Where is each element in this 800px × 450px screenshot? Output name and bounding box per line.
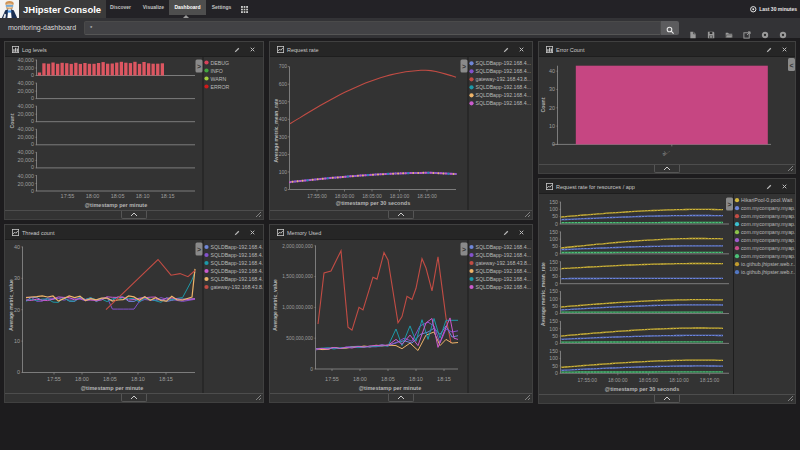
svg-text:150: 150	[549, 229, 558, 235]
svg-text:20,000: 20,000	[18, 65, 35, 71]
svg-text:20: 20	[14, 307, 20, 313]
svg-text:50: 50	[552, 303, 558, 309]
svg-text:0: 0	[31, 164, 34, 170]
svg-text:0: 0	[31, 72, 34, 78]
svg-text:1,500,000,000: 1,500,000,000	[282, 274, 313, 279]
svg-text:SQLDBapp-192.168.4...: SQLDBapp-192.168.4...	[476, 268, 531, 274]
svg-text:17:55:00: 17:55:00	[577, 377, 597, 383]
svg-text:18:15: 18:15	[437, 376, 451, 382]
svg-text:al...: al...	[661, 147, 671, 157]
svg-text:17:55: 17:55	[47, 376, 61, 382]
svg-text:150: 150	[549, 199, 558, 205]
svg-text:<: <	[789, 62, 793, 69]
svg-text:com.mycompany.myap...: com.mycompany.myap...	[741, 245, 795, 251]
svg-text:io.github.jhipster.web.r...: io.github.jhipster.web.r...	[741, 269, 795, 275]
svg-text:20,000: 20,000	[18, 181, 35, 187]
svg-text:40: 40	[14, 244, 20, 250]
svg-text:100: 100	[279, 169, 288, 175]
svg-text:100: 100	[549, 355, 558, 361]
svg-text:>: >	[462, 246, 466, 253]
svg-text:Average metric_value: Average metric_value	[272, 279, 278, 331]
svg-text:50: 50	[552, 273, 558, 279]
svg-text:40: 40	[549, 68, 555, 74]
svg-text:SQLDBapp-192.168.4...: SQLDBapp-192.168.4...	[476, 284, 531, 290]
svg-text:100: 100	[549, 326, 558, 332]
svg-text:100: 100	[549, 266, 558, 272]
svg-text:18:10:00: 18:10:00	[390, 193, 410, 199]
svg-text:0: 0	[310, 367, 313, 372]
svg-text:1,000,000,000: 1,000,000,000	[282, 305, 313, 310]
svg-text:0: 0	[555, 281, 558, 287]
svg-text:SQLDBapp-192.168.4...: SQLDBapp-192.168.4...	[211, 244, 264, 250]
svg-text:gateway-192.168.43.8...: gateway-192.168.43.8...	[476, 260, 532, 266]
svg-text:150: 150	[549, 259, 558, 265]
svg-text:SQLDBapp-192.168.4...: SQLDBapp-192.168.4...	[211, 260, 264, 266]
svg-text:18:10: 18:10	[131, 376, 145, 382]
svg-text:SQLDBapp-192.168.4...: SQLDBapp-192.168.4...	[211, 276, 264, 282]
svg-text:18:15:00: 18:15:00	[417, 193, 437, 199]
svg-text:18:05: 18:05	[381, 376, 395, 382]
svg-text:INFO: INFO	[211, 68, 223, 74]
svg-text:50: 50	[552, 333, 558, 339]
svg-text:gateway-192.168.43.8...: gateway-192.168.43.8...	[211, 284, 264, 290]
svg-text:SQLDBapp-192.168.4...: SQLDBapp-192.168.4...	[211, 268, 264, 274]
svg-text:20,000: 20,000	[18, 88, 35, 94]
svg-text:@timestamp per minute: @timestamp per minute	[85, 202, 148, 208]
svg-text:SQLDBapp-192.168.4...: SQLDBapp-192.168.4...	[476, 100, 531, 106]
svg-text:io.github.jhipster.web.r...: io.github.jhipster.web.r...	[741, 261, 795, 267]
svg-text:100: 100	[549, 296, 558, 302]
svg-text:17:55: 17:55	[325, 376, 339, 382]
svg-text:20: 20	[549, 105, 555, 111]
svg-text:@timestamp per minute: @timestamp per minute	[81, 385, 144, 391]
svg-text:50: 50	[552, 213, 558, 219]
svg-text:0: 0	[555, 251, 558, 257]
svg-text:40,000: 40,000	[18, 103, 35, 109]
svg-text:18:05:00: 18:05:00	[362, 193, 382, 199]
svg-text:0: 0	[17, 369, 20, 375]
svg-text:Count: Count	[9, 113, 15, 128]
svg-text:600: 600	[279, 81, 288, 87]
svg-text:40,000: 40,000	[18, 173, 35, 179]
svg-text:18:10: 18:10	[136, 193, 150, 199]
svg-text:20,000: 20,000	[18, 157, 35, 163]
svg-text:200: 200	[279, 151, 288, 157]
svg-text:0: 0	[31, 188, 34, 194]
svg-text:@timestamp per 30 seconds: @timestamp per 30 seconds	[336, 200, 410, 206]
svg-text:0: 0	[31, 118, 34, 124]
svg-text:40,000: 40,000	[18, 80, 35, 86]
svg-text:0: 0	[555, 370, 558, 376]
svg-text:100: 100	[549, 206, 558, 212]
svg-text:50: 50	[552, 363, 558, 369]
svg-text:@timestamp per minute: @timestamp per minute	[359, 385, 422, 391]
svg-text:17:55: 17:55	[61, 193, 75, 199]
svg-text:150: 150	[549, 318, 558, 324]
svg-text:SQLDBapp-192.168.4...: SQLDBapp-192.168.4...	[476, 92, 531, 98]
svg-text:40,000: 40,000	[18, 149, 35, 155]
svg-text:SQLDBapp-192.168.4...: SQLDBapp-192.168.4...	[476, 68, 531, 74]
svg-text:2,000,000,000: 2,000,000,000	[282, 244, 313, 249]
svg-text:com.mycompany.myap...: com.mycompany.myap...	[741, 237, 795, 243]
svg-text:com.mycompany.myap...: com.mycompany.myap...	[741, 221, 795, 227]
svg-text:com.mycompany.myap...: com.mycompany.myap...	[741, 229, 795, 235]
svg-text:18:05:00: 18:05:00	[639, 377, 659, 383]
svg-text:500: 500	[279, 99, 288, 105]
svg-text:18:05: 18:05	[111, 193, 125, 199]
svg-text:18:00: 18:00	[353, 376, 367, 382]
svg-text:>: >	[462, 63, 466, 70]
svg-text:0: 0	[31, 95, 34, 101]
svg-text:18:15:00: 18:15:00	[700, 377, 720, 383]
svg-text:0: 0	[555, 340, 558, 346]
svg-text:150: 150	[549, 348, 558, 354]
svg-text:18:00:00: 18:00:00	[335, 193, 355, 199]
svg-text:0: 0	[555, 310, 558, 316]
svg-text:SQLDBapp-192.168.4...: SQLDBapp-192.168.4...	[211, 252, 264, 258]
svg-text:com.mycompany.myap...: com.mycompany.myap...	[741, 205, 795, 211]
svg-text:300: 300	[279, 134, 288, 140]
svg-text:100: 100	[549, 236, 558, 242]
svg-text:SQLDBapp-192.168.4...: SQLDBapp-192.168.4...	[476, 252, 531, 258]
svg-text:18:00: 18:00	[75, 376, 89, 382]
svg-text:Average metric_mean_rate: Average metric_mean_rate	[540, 262, 546, 326]
svg-text:18:00:00: 18:00:00	[608, 377, 628, 383]
svg-text:Average metric_mean_rate: Average metric_mean_rate	[273, 98, 279, 162]
svg-text:17:55:00: 17:55:00	[307, 193, 327, 199]
